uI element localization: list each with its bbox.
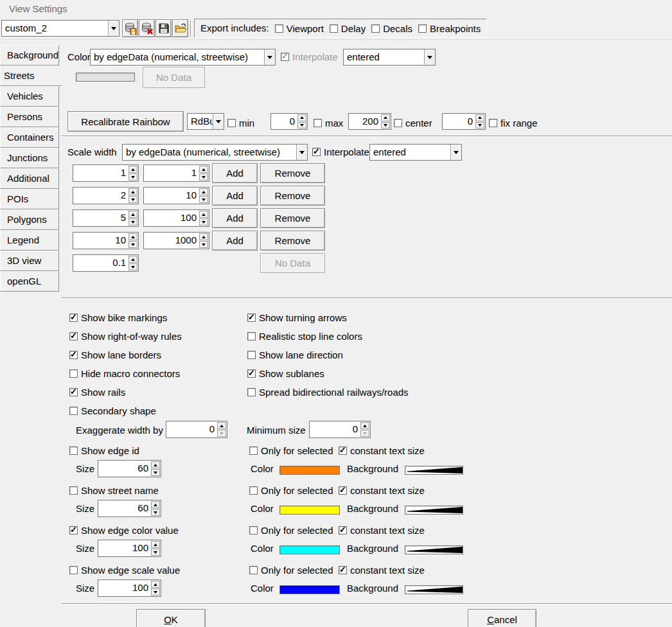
color-mode-combobox[interactable]: entered [343, 49, 436, 66]
spinner-value[interactable]: 0 [443, 114, 475, 129]
min-spinner[interactable]: 0 [270, 113, 308, 130]
scheme-combobox[interactable]: custom_2 [1, 20, 119, 37]
spin-up-button[interactable] [128, 233, 137, 240]
spinner-value[interactable]: 10 [144, 188, 199, 204]
chevron-down-icon[interactable] [296, 145, 307, 160]
threshold-spinner-4[interactable]: 10 [73, 232, 139, 249]
add-button-2[interactable]: Add [212, 186, 258, 206]
spin-up-button[interactable] [217, 422, 226, 429]
width-spinner-3[interactable]: 100 [143, 209, 209, 227]
edge-id-size-spinner[interactable]: 60 [98, 460, 161, 477]
remove-button-2[interactable]: Remove [260, 186, 325, 206]
checkbox-show-turning-arrows[interactable]: Show turning arrows [247, 312, 347, 323]
tab-streets[interactable]: Streets [0, 66, 62, 86]
spin-up-button[interactable] [151, 581, 160, 588]
edge-color-value-size-spinner[interactable]: 100 [98, 540, 161, 557]
spin-down-button[interactable] [128, 196, 137, 203]
spin-down-button[interactable] [151, 549, 160, 556]
spinner-value[interactable]: 0 [310, 421, 360, 437]
spin-up-button[interactable] [199, 233, 208, 240]
spin-up-button[interactable] [199, 211, 208, 218]
edge-color-value-background-well[interactable] [405, 545, 463, 554]
spin-down-button[interactable] [128, 241, 137, 248]
edge-color-value-constant-size-checkbox[interactable]: constant text size [339, 525, 425, 536]
threshold-spinner-2[interactable]: 2 [73, 187, 139, 204]
tab-opengl[interactable]: openGL [0, 271, 59, 292]
threshold-spinner-5[interactable]: 0.1 [73, 254, 139, 272]
spin-up-button[interactable] [297, 114, 306, 121]
spin-down-button[interactable] [151, 509, 160, 516]
edge-scale-value-color-well[interactable] [279, 585, 340, 594]
spin-up-button[interactable] [199, 188, 208, 195]
max-checkbox[interactable]: max [314, 118, 343, 128]
spin-down-button[interactable] [475, 122, 484, 129]
open-file-button[interactable] [172, 19, 188, 37]
spinner-value[interactable]: 1 [73, 165, 128, 181]
street-name-only-selected-checkbox[interactable]: Only for selected [249, 485, 333, 496]
width-spinner-2[interactable]: 10 [143, 187, 209, 204]
spin-up-button[interactable] [128, 166, 137, 173]
spinner-value[interactable]: 0 [166, 421, 217, 437]
checkbox-show-edge-scale-value[interactable]: Show edge scale value [69, 565, 180, 576]
chevron-down-icon[interactable] [424, 49, 435, 65]
checkbox-realistic-stop-line-colors[interactable]: Realistic stop line colors [247, 331, 362, 342]
add-button-1[interactable]: Add [212, 163, 258, 183]
checkbox-show-rails[interactable]: Show rails [69, 387, 125, 398]
spin-down-button[interactable] [199, 241, 208, 248]
checkbox-breakpoints[interactable]: Breakpoints [418, 23, 481, 34]
spin-down-button[interactable] [128, 263, 137, 270]
tab-vehicles[interactable]: Vehicles [0, 86, 59, 107]
spin-up-button[interactable] [128, 188, 137, 195]
ok-button[interactable]: OK [136, 609, 206, 627]
spinner-value[interactable]: 200 [349, 114, 380, 129]
spin-up-button[interactable] [151, 501, 160, 508]
checkbox-show-edge-color-value[interactable]: Show edge color value [69, 525, 179, 536]
tab-junctions[interactable]: Junctions [0, 148, 59, 168]
delete-database-button[interactable] [139, 19, 155, 37]
checkbox-hide-macro-connectors[interactable]: Hide macro connectors [69, 368, 180, 379]
remove-button-1[interactable]: Remove [260, 163, 325, 183]
spin-down-button[interactable] [199, 196, 208, 203]
checkbox-delay[interactable]: Delay [330, 23, 366, 34]
spin-up-button[interactable] [151, 541, 160, 548]
spin-down-button[interactable] [199, 218, 208, 225]
edge-scale-value-background-well[interactable] [405, 585, 463, 594]
spin-down-button[interactable] [199, 173, 208, 181]
edge-scale-value-size-spinner[interactable]: 100 [98, 579, 161, 597]
checkbox-show-sublanes[interactable]: Show sublanes [247, 368, 324, 379]
spinner-value[interactable]: 100 [98, 580, 150, 596]
tab-legend[interactable]: Legend [0, 230, 59, 251]
checkbox-show-edge-id[interactable]: Show edge id [69, 445, 139, 456]
fix-range-checkbox[interactable]: fix range [489, 118, 538, 128]
center-spinner[interactable]: 0 [442, 113, 486, 130]
save-database-button[interactable] [122, 19, 138, 37]
recalibrate-rainbow-button[interactable]: Recalibrate Rainbow [67, 111, 184, 132]
edge-id-color-well[interactable] [279, 466, 340, 475]
checkbox-decals[interactable]: Decals [371, 23, 412, 34]
edge-id-background-well[interactable] [405, 466, 463, 475]
tab-containers[interactable]: Containers [0, 127, 59, 148]
tab-3d-view[interactable]: 3D view [0, 251, 59, 271]
edge-scale-value-only-selected-checkbox[interactable]: Only for selected [249, 565, 333, 576]
spinner-value[interactable]: 60 [98, 461, 150, 477]
exaggerate-width-spinner[interactable]: 0 [166, 421, 227, 438]
spin-up-button[interactable] [128, 211, 137, 218]
checkbox-viewport[interactable]: Viewport [275, 23, 324, 34]
scale-mode-combobox[interactable]: entered [369, 144, 462, 161]
edge-color-value-only-selected-checkbox[interactable]: Only for selected [249, 525, 333, 536]
max-spinner[interactable]: 200 [348, 113, 391, 130]
minimum-size-spinner[interactable]: 0 [309, 421, 371, 438]
spin-up-button[interactable] [128, 256, 137, 263]
tab-additional[interactable]: Additional [0, 168, 59, 189]
spinner-value[interactable]: 60 [98, 500, 150, 517]
spin-down-button[interactable] [297, 122, 306, 129]
spinner-value[interactable]: 0 [271, 114, 297, 129]
street-name-size-spinner[interactable]: 60 [98, 500, 161, 517]
save-file-button[interactable] [155, 19, 172, 37]
checkbox-show-bike-markings[interactable]: Show bike markings [69, 312, 167, 323]
spinner-value[interactable]: 2 [73, 188, 128, 204]
spin-up-button[interactable] [199, 166, 208, 173]
cancel-button[interactable]: Cancel [468, 609, 536, 627]
spin-up-button[interactable] [360, 422, 369, 429]
width-spinner-4[interactable]: 1000 [143, 232, 209, 249]
